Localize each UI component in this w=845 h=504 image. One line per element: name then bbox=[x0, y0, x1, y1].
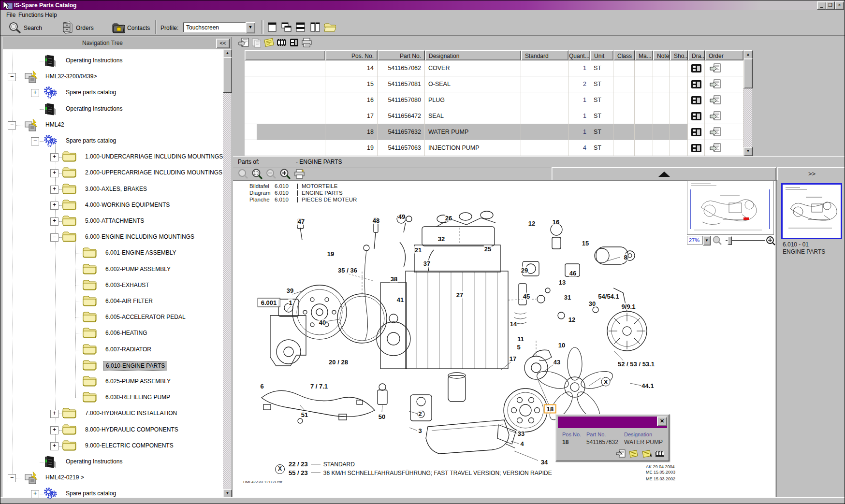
zoom-rect-icon[interactable] bbox=[251, 169, 263, 180]
cell-desig[interactable]: WATER PUMP bbox=[425, 124, 521, 140]
cell-order[interactable] bbox=[705, 108, 743, 124]
column-header[interactable] bbox=[245, 50, 325, 60]
cell[interactable] bbox=[670, 108, 688, 124]
drawing-icon[interactable] bbox=[691, 64, 701, 72]
cell-part[interactable]: 5411657080 bbox=[378, 92, 425, 108]
column-header[interactable]: Ma... bbox=[635, 50, 653, 60]
order-icon[interactable] bbox=[710, 63, 721, 73]
tree-item[interactable]: 6.030-REFILLING PUMP bbox=[103, 393, 172, 402]
preview-thumbnail[interactable] bbox=[687, 180, 774, 235]
contacts-button[interactable]: Contacts bbox=[127, 25, 150, 31]
zoom-slider-handle[interactable] bbox=[728, 236, 732, 245]
profile-combobox[interactable]: Touchscreen ▼ bbox=[183, 22, 255, 32]
cell-unit[interactable]: ST bbox=[590, 76, 613, 92]
cell[interactable] bbox=[670, 92, 688, 108]
layout-vertical-icon[interactable] bbox=[310, 22, 321, 32]
nav-collapse-button[interactable]: << bbox=[216, 39, 230, 48]
cell-unit[interactable]: ST bbox=[590, 124, 613, 140]
cell-pos[interactable]: 15 bbox=[325, 76, 378, 92]
film-icon[interactable] bbox=[276, 37, 287, 48]
cell-std[interactable] bbox=[521, 76, 568, 92]
tree-toggle-collapse[interactable]: − bbox=[8, 121, 16, 130]
search-button[interactable]: Search bbox=[24, 25, 42, 31]
column-header[interactable]: Pos. No. bbox=[325, 50, 378, 60]
tree-item[interactable]: HML32-3200/0439> bbox=[44, 72, 99, 81]
tree-item[interactable]: 6.025-PUMP ASSEMBLY bbox=[103, 377, 173, 386]
cell[interactable] bbox=[653, 140, 670, 156]
tree-toggle-expand[interactable]: + bbox=[50, 442, 58, 450]
zoom-in-slider-icon[interactable] bbox=[766, 236, 775, 245]
open-folder-icon[interactable] bbox=[323, 22, 336, 32]
image-icon[interactable] bbox=[289, 37, 300, 48]
column-header[interactable]: Class bbox=[613, 50, 635, 60]
tree-item[interactable]: 7.000-HYDRAULIC INSTALLATION bbox=[83, 409, 179, 418]
cell-desig[interactable]: COVER bbox=[425, 60, 521, 76]
column-header[interactable]: Quant... bbox=[568, 50, 590, 60]
column-header[interactable]: Standard bbox=[521, 50, 568, 60]
maximize-button[interactable]: ❐ bbox=[826, 1, 835, 10]
cell-order[interactable] bbox=[705, 60, 743, 76]
cell-dra[interactable] bbox=[688, 124, 705, 140]
search-icon[interactable] bbox=[8, 21, 22, 34]
cell-std[interactable] bbox=[521, 140, 568, 156]
tree-item[interactable]: 6.007-RADIATOR bbox=[103, 345, 153, 354]
cell[interactable] bbox=[653, 60, 670, 76]
tree-item[interactable]: Spare parts catalog bbox=[64, 136, 118, 145]
close-button[interactable]: × bbox=[835, 1, 844, 10]
tree-item[interactable]: Operating Instructions bbox=[64, 457, 124, 466]
film-icon[interactable] bbox=[655, 449, 665, 458]
tree-item[interactable]: 6.002-PUMP ASSEMBLY bbox=[103, 265, 173, 274]
layout-cascade-icon[interactable] bbox=[281, 22, 292, 32]
cell-unit[interactable]: ST bbox=[590, 92, 613, 108]
cell[interactable] bbox=[613, 140, 635, 156]
tree-toggle-expand[interactable]: + bbox=[50, 410, 58, 418]
drawing-icon[interactable] bbox=[691, 96, 701, 104]
order-icon[interactable] bbox=[710, 143, 721, 153]
zoom-level-field[interactable]: 27% bbox=[687, 236, 703, 245]
diagram-preview-box[interactable]: 27% ▼ bbox=[687, 180, 774, 245]
column-header[interactable]: Designation bbox=[425, 50, 521, 60]
cell-pos[interactable]: 17 bbox=[325, 108, 378, 124]
cell[interactable] bbox=[245, 140, 325, 156]
order-icon[interactable] bbox=[710, 127, 721, 137]
cell[interactable] bbox=[613, 60, 635, 76]
cell[interactable] bbox=[670, 60, 688, 76]
cell-dra[interactable] bbox=[688, 92, 705, 108]
tree-toggle-collapse[interactable]: − bbox=[31, 137, 39, 145]
cell-pos[interactable]: 14 bbox=[325, 60, 378, 76]
tree-item[interactable]: 6.003-EXHAUST bbox=[103, 281, 151, 289]
drawing-icon[interactable] bbox=[691, 112, 701, 120]
table-scrollbar-thumb[interactable] bbox=[743, 58, 753, 88]
tree-item[interactable]: 5.000-ATTACHMENTS bbox=[83, 216, 146, 225]
cell[interactable] bbox=[245, 92, 325, 108]
cell[interactable] bbox=[653, 124, 670, 140]
orders-icon[interactable] bbox=[61, 21, 74, 34]
tree-toggle-expand[interactable]: + bbox=[50, 169, 58, 177]
cell-order[interactable] bbox=[705, 140, 743, 156]
tree-toggle-expand[interactable]: + bbox=[31, 490, 39, 498]
tree-item[interactable]: 3.000-AXLES, BRAKES bbox=[83, 185, 149, 193]
drawing-icon[interactable] bbox=[691, 80, 701, 88]
table-scrollbar[interactable]: ▲ ▼ bbox=[743, 50, 752, 156]
tree-toggle-expand[interactable]: + bbox=[31, 89, 39, 97]
zoom-previous-icon[interactable] bbox=[237, 169, 249, 180]
cell-qty[interactable]: 1 bbox=[568, 124, 590, 140]
profile-value[interactable]: Touchscreen bbox=[183, 22, 247, 32]
cell-order[interactable] bbox=[705, 92, 743, 108]
tooltip-title-bar[interactable] bbox=[558, 417, 667, 428]
layout-single-icon[interactable] bbox=[267, 22, 278, 32]
cell[interactable] bbox=[653, 92, 670, 108]
tree-item[interactable]: 8.000-HYDRAULIC COMPONENTS bbox=[83, 425, 180, 434]
cell-desig[interactable]: INJECTION PUMP bbox=[425, 140, 521, 156]
column-header[interactable]: Notes bbox=[653, 50, 670, 60]
tree-item[interactable]: 6.001-ENGINE ASSEMBLY bbox=[103, 248, 178, 257]
cell-unit[interactable]: ST bbox=[590, 60, 613, 76]
cell[interactable] bbox=[670, 76, 688, 92]
cell[interactable] bbox=[670, 124, 688, 140]
cell-desig[interactable]: PLUG bbox=[425, 92, 521, 108]
tree-item[interactable]: Spare parts catalog bbox=[64, 489, 118, 498]
tree-item[interactable]: 6.000-ENGINE INCLUDING MOUNTINGS bbox=[83, 232, 196, 241]
cell-part[interactable]: 5411657632 bbox=[378, 124, 425, 140]
minimize-button[interactable]: _ bbox=[817, 1, 826, 10]
tree-item[interactable]: 6.005-ACCELERATOR PEDAL bbox=[103, 313, 188, 321]
